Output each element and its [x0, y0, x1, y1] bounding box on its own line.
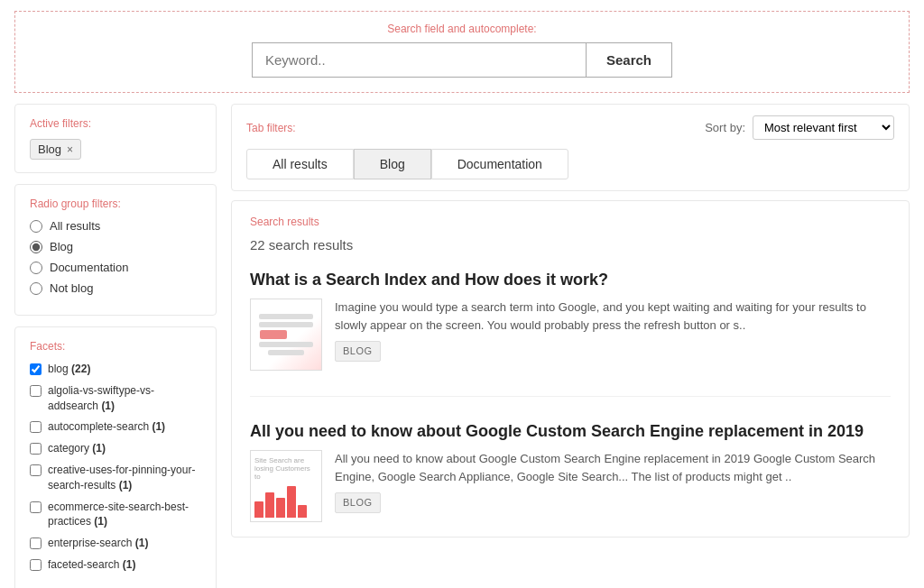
facet-blog-checkbox[interactable] — [30, 363, 42, 375]
search-input[interactable] — [252, 42, 586, 78]
radio-not-blog[interactable]: Not blog — [30, 281, 201, 295]
result-excerpt-1: Imagine you would type a search term int… — [335, 300, 866, 332]
facet-blog-label: blog (22) — [48, 362, 90, 377]
result-tag-1: BLOG — [335, 341, 381, 362]
facet-creative-label: creative-uses-for-pinning-your-search-re… — [48, 463, 201, 493]
active-filter-tag[interactable]: Blog × — [30, 139, 81, 160]
radio-documentation[interactable]: Documentation — [30, 261, 201, 274]
filters-bar-top: Tab filters: Sort by: Most relevant firs… — [246, 115, 894, 140]
tab-filters-label: Tab filters: — [246, 122, 296, 134]
result-title-2[interactable]: All you need to know about Google Custom… — [250, 422, 891, 441]
radio-blog[interactable]: Blog — [30, 240, 201, 253]
radio-all-results[interactable]: All results — [30, 219, 201, 233]
result-item-1: What is a Search Index and How does it w… — [250, 271, 891, 397]
result-excerpt-2: All you need to know about Google Custom… — [335, 452, 875, 483]
facet-algolia[interactable]: algolia-vs-swiftype-vs-addsearch (1) — [30, 383, 201, 414]
radio-all-results-input[interactable] — [30, 220, 42, 233]
sort-by-area: Sort by: Most relevant first Newest firs… — [705, 115, 894, 140]
facet-autocomplete-label: autocomplete-search (1) — [48, 419, 165, 435]
facet-autocomplete[interactable]: autocomplete-search (1) — [30, 419, 201, 435]
result-text-2: All you need to know about Google Custom… — [335, 450, 891, 513]
facet-faceted-checkbox[interactable] — [30, 559, 42, 571]
result-text-1: Imagine you would type a search term int… — [335, 299, 891, 362]
facet-category-label: category (1) — [48, 441, 106, 456]
search-button[interactable]: Search — [586, 42, 672, 78]
facets-section: Facets: blog (22) algolia-vs-swiftype-vs… — [14, 326, 217, 588]
tab-documentation[interactable]: Documentation — [431, 149, 568, 179]
facet-algolia-label: algolia-vs-swiftype-vs-addsearch (1) — [48, 383, 201, 414]
facet-category-checkbox[interactable] — [30, 443, 42, 455]
facet-enterprise-label: enterprise-search (1) — [48, 536, 148, 551]
result-thumbnail-1 — [250, 299, 322, 371]
tab-filters: All results Blog Documentation — [246, 149, 894, 179]
search-bar: Search — [252, 42, 672, 78]
result-title-1[interactable]: What is a Search Index and How does it w… — [250, 271, 891, 289]
facet-creative[interactable]: creative-uses-for-pinning-your-search-re… — [30, 463, 201, 493]
main-layout: Active filters: Blog × Radio group filte… — [14, 104, 910, 588]
active-filter-tag-label: Blog — [38, 142, 61, 156]
active-filters-section: Active filters: Blog × — [14, 104, 217, 173]
tab-blog[interactable]: Blog — [354, 149, 431, 179]
radio-not-blog-label: Not blog — [50, 281, 93, 295]
filters-bar: Tab filters: Sort by: Most relevant firs… — [231, 104, 910, 191]
tab-all-results[interactable]: All results — [246, 149, 354, 179]
sort-by-label: Sort by: — [705, 121, 745, 134]
radio-blog-label: Blog — [50, 240, 73, 253]
facet-category[interactable]: category (1) — [30, 441, 201, 456]
active-filter-close-icon[interactable]: × — [67, 143, 73, 156]
radio-documentation-label: Documentation — [50, 261, 128, 274]
results-area: Search results 22 search results What is… — [231, 200, 910, 537]
radio-not-blog-input[interactable] — [30, 282, 42, 295]
facet-ecommerce-label: ecommerce-site-search-best-practices (1) — [48, 500, 201, 530]
results-label: Search results — [250, 216, 891, 228]
radio-filters-section: Radio group filters: All results Blog Do… — [14, 184, 217, 316]
radio-blog-input[interactable] — [30, 241, 42, 253]
facet-ecommerce-checkbox[interactable] — [30, 501, 42, 513]
facet-faceted[interactable]: faceted-search (1) — [30, 557, 201, 573]
facet-algolia-checkbox[interactable] — [30, 385, 42, 397]
facets-label: Facets: — [30, 340, 201, 353]
facet-enterprise[interactable]: enterprise-search (1) — [30, 536, 201, 551]
content-area: Tab filters: Sort by: Most relevant firs… — [231, 104, 910, 588]
result-item-2: All you need to know about Google Custom… — [250, 422, 891, 522]
sidebar: Active filters: Blog × Radio group filte… — [14, 104, 231, 588]
facet-autocomplete-checkbox[interactable] — [30, 421, 42, 433]
search-section-label: Search field and autocomplete: — [387, 23, 536, 35]
active-filters-label: Active filters: — [30, 117, 201, 130]
result-thumbnail-2: Site Search are losing Customers to — [250, 450, 322, 522]
radio-documentation-input[interactable] — [30, 262, 42, 274]
result-body-2: Site Search are losing Customers to Al — [250, 450, 891, 522]
radio-filters-label: Radio group filters: — [30, 198, 201, 210]
results-count: 22 search results — [250, 237, 891, 253]
search-section: Search field and autocomplete: Search — [14, 11, 910, 93]
facet-faceted-label: faceted-search (1) — [48, 557, 135, 573]
radio-all-results-label: All results — [50, 219, 100, 233]
facet-creative-checkbox[interactable] — [30, 464, 42, 476]
sort-select[interactable]: Most relevant first Newest first Oldest … — [753, 115, 894, 140]
facet-ecommerce[interactable]: ecommerce-site-search-best-practices (1) — [30, 500, 201, 530]
facet-enterprise-checkbox[interactable] — [30, 537, 42, 549]
facet-blog[interactable]: blog (22) — [30, 362, 201, 377]
result-tag-2: BLOG — [335, 492, 381, 513]
result-body-1: Imagine you would type a search term int… — [250, 299, 891, 371]
